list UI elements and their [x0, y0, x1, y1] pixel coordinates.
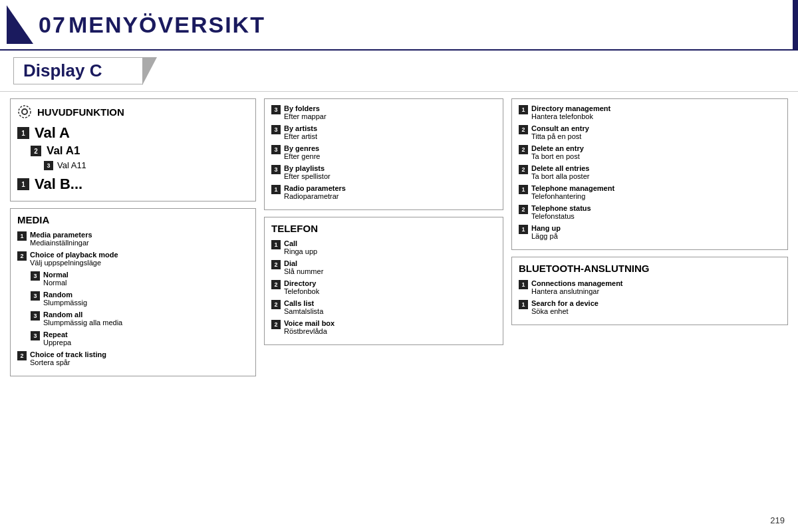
sort-item-radio: 1 Radio parameters Radioparametrar — [271, 184, 496, 200]
val-a1-row: 2 Val A1 — [31, 144, 249, 158]
media-text-track: Choice of track listing Sortera spår — [30, 350, 106, 366]
badge-2b: 2 — [17, 351, 27, 360]
val-a-row: 1 Val A — [17, 124, 249, 142]
tel-text-dial: Dial Slå nummer — [284, 259, 323, 275]
media-text-1: Media parameters Mediainställningar — [30, 231, 92, 247]
gear-icon — [17, 104, 32, 119]
badge-s1: 1 — [271, 185, 281, 194]
pb-text-telmgmt: Telephone management Telefonhantering — [531, 184, 614, 200]
badge-t2a: 2 — [271, 260, 281, 269]
sort-item-genres: 3 By genres Efter genre — [271, 144, 496, 160]
val-a11-badge: 3 — [44, 161, 53, 170]
tel-text-directory: Directory Telefonbok — [284, 279, 319, 295]
badge-bt1a: 1 — [519, 280, 528, 289]
page-number: 219 — [770, 515, 785, 525]
bt-text-connections: Connections management Hantera anslutnin… — [531, 279, 623, 295]
badge-3a: 3 — [31, 271, 40, 281]
pb-item-telmgmt: 1 Telephone management Telefonhantering — [519, 184, 781, 200]
pb-item-delete: 2 Delete an entry Ta bort en post — [519, 144, 781, 160]
page-header: 07 MENYÖVERSIKT — [0, 0, 798, 51]
media-text-random: Random Slumpmässig — [43, 291, 87, 307]
telefon-title: TELEFON — [271, 223, 496, 234]
pb-text-consult: Consult an entry Titta på en post — [531, 124, 589, 140]
media-item-repeat: 3 Repeat Upprepa — [31, 331, 249, 346]
section-sort: 3 By folders Efter mappar 3 By artists E… — [264, 98, 503, 210]
sort-text-artists: By artists Efter artist — [284, 124, 317, 140]
section-phonebook: 1 Directory management Hantera telefonbo… — [511, 98, 788, 250]
media-item-random-all: 3 Random all Slumpmässig alla media — [31, 311, 249, 327]
svg-point-0 — [22, 109, 27, 114]
badge-p1c: 1 — [519, 225, 528, 234]
badge-s3a: 3 — [271, 105, 281, 114]
badge-s3b: 3 — [271, 125, 281, 134]
media-item-track: 2 Choice of track listing Sortera spår — [17, 350, 249, 366]
badge-2a: 2 — [17, 251, 27, 261]
media-item-1: 1 Media parameters Mediainställningar — [17, 231, 249, 247]
media-text-2: Choice of playback mode Välj uppspelning… — [30, 251, 118, 267]
badge-p2a: 2 — [519, 125, 528, 134]
media-text-repeat: Repeat Upprepa — [43, 331, 71, 346]
badge-3d: 3 — [31, 331, 40, 340]
section-title-huvudfunktion: HUVUDFUNKTION — [17, 104, 249, 119]
val-a-badge: 1 — [17, 127, 29, 139]
badge-t2b: 2 — [271, 280, 281, 289]
sort-text-genres: By genres Efter genre — [284, 144, 320, 160]
sort-item-playlists: 3 By playlists Efter spellistor — [271, 164, 496, 180]
badge-p1a: 1 — [519, 105, 528, 114]
bt-item-connections: 1 Connections management Hantera anslutn… — [519, 279, 781, 295]
subtitle-area: Display C — [0, 51, 798, 92]
right-column: 1 Directory management Hantera telefonbo… — [511, 98, 788, 531]
badge-1: 1 — [17, 231, 27, 241]
section-huvudfunktion: HUVUDFUNKTION 1 Val A 2 Val A1 3 Val A11… — [10, 98, 256, 201]
subtitle-text: Display C — [23, 61, 102, 80]
media-item-2: 2 Choice of playback mode Välj uppspelni… — [17, 251, 249, 267]
tel-item-voicemail: 2 Voice mail box Röstbrevlåda — [271, 319, 496, 335]
tel-text-call: Call Ringa upp — [284, 239, 317, 255]
badge-s3d: 3 — [271, 165, 281, 174]
val-b-row: 1 Val B... — [17, 176, 249, 193]
val-a11-row: 3 Val A11 — [44, 160, 249, 170]
badge-s3c: 3 — [271, 145, 281, 154]
tel-item-dial: 2 Dial Slå nummer — [271, 259, 496, 275]
tel-item-directory: 2 Directory Telefonbok — [271, 279, 496, 295]
val-a11-text: Val A11 — [57, 160, 86, 170]
pb-text-deleteall: Delete all entries Ta bort alla poster — [531, 164, 589, 180]
badge-p1b: 1 — [519, 185, 528, 194]
badge-p2b: 2 — [519, 145, 528, 154]
bt-item-search: 1 Search for a device Söka enhet — [519, 299, 781, 315]
huvudfunktion-label: HUVUDFUNKTION — [37, 106, 124, 118]
section-bluetooth: BLUETOOTH-ANSLUTNING 1 Connections manag… — [511, 257, 788, 325]
section-media: MEDIA 1 Media parameters Mediainställnin… — [10, 208, 256, 376]
badge-t2c: 2 — [271, 300, 281, 309]
badge-p2c: 2 — [519, 165, 528, 174]
sort-text-folders: By folders Efter mappar — [284, 104, 327, 120]
sort-text-playlists: By playlists Efter spellistor — [284, 164, 331, 180]
pb-item-hangup: 1 Hang up Lägg på — [519, 224, 781, 240]
pb-text-telstatus: Telephone status Telefonstatus — [531, 204, 591, 220]
badge-bt1b: 1 — [519, 300, 528, 309]
badge-3b: 3 — [31, 291, 40, 301]
badge-t2d: 2 — [271, 320, 281, 329]
pb-item-mgmt: 1 Directory management Hantera telefonbo… — [519, 104, 781, 120]
pb-text-delete: Delete an entry Ta bort en post — [531, 144, 584, 160]
section-telefon: TELEFON 1 Call Ringa upp 2 Dial Slå numm… — [264, 217, 503, 345]
pb-item-telstatus: 2 Telephone status Telefonstatus — [519, 204, 781, 220]
left-column: HUVUDFUNKTION 1 Val A 2 Val A1 3 Val A11… — [10, 98, 256, 531]
bluetooth-title: BLUETOOTH-ANSLUTNING — [519, 263, 781, 274]
media-title: MEDIA — [17, 214, 249, 225]
mid-column: 3 By folders Efter mappar 3 By artists E… — [264, 98, 503, 531]
main-content: HUVUDFUNKTION 1 Val A 2 Val A1 3 Val A11… — [0, 92, 798, 532]
tel-text-voicemail: Voice mail box Röstbrevlåda — [284, 319, 334, 335]
sort-item-artists: 3 By artists Efter artist — [271, 124, 496, 140]
pb-item-deleteall: 2 Delete all entries Ta bort alla poster — [519, 164, 781, 180]
header-title: MENYÖVERSIKT — [68, 12, 265, 37]
val-b-badge: 1 — [17, 178, 29, 190]
media-text-random-all: Random all Slumpmässig alla media — [43, 311, 122, 327]
svg-point-1 — [19, 106, 31, 118]
tel-text-calls: Calls list Samtalslista — [284, 299, 323, 315]
media-item-random: 3 Random Slumpmässig — [31, 291, 249, 307]
badge-p2d: 2 — [519, 205, 528, 214]
tel-item-calls: 2 Calls list Samtalslista — [271, 299, 496, 315]
val-a-text: Val A — [35, 124, 70, 142]
bt-text-search: Search for a device Söka enhet — [531, 299, 598, 315]
